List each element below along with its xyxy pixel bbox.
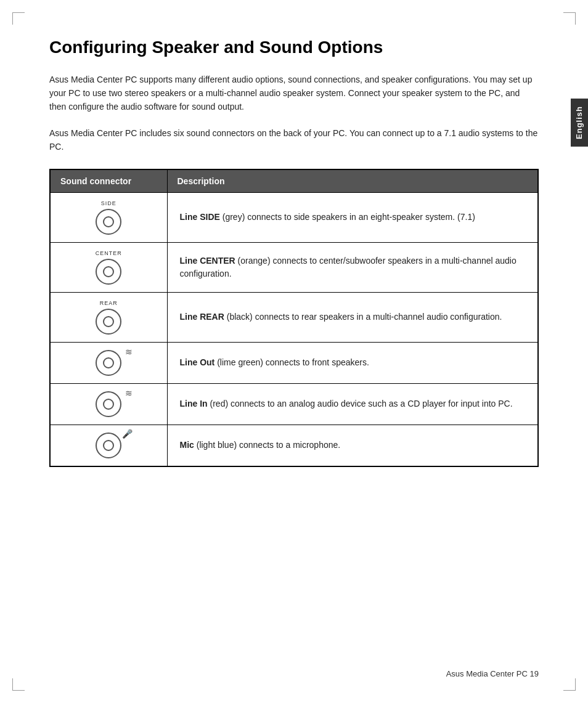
description-bold: Line Out [180,357,215,367]
connector-cell: REAR [50,292,167,342]
description-cell: Line REAR (black) connects to rear speak… [167,292,538,342]
intro-paragraph: Asus Media Center PC supports many diffe… [49,73,539,114]
description-bold: Mic [180,440,194,450]
page-footer: Asus Media Center PC 19 [446,669,539,678]
second-paragraph: Asus Media Center PC includes six sound … [49,126,539,154]
corner-br [563,678,576,691]
description-bold: Line In [180,399,208,408]
connector-icon: REAR [55,300,162,335]
sound-table: Sound connector Description SIDE Line SI… [49,169,539,467]
description-bold: Line CENTER [180,256,235,266]
description-cell: Line CENTER (orange) connects to center/… [167,242,538,292]
description-cell: Line SIDE (grey) connects to side speake… [167,192,538,242]
table-row: SIDE Line SIDE (grey) connects to side s… [50,192,538,242]
corner-bl [12,678,25,691]
description-rest: (lime green) connects to front speakers. [214,357,369,367]
description-rest: (grey) connects to side speakers in an e… [220,212,475,222]
jack-circle [96,309,121,335]
description-cell: Line Out (lime green) connects to front … [167,342,538,383]
jack-circle [96,259,121,285]
table-row: CENTER Line CENTER (orange) connects to … [50,242,538,292]
table-row: REAR Line REAR (black) connects to rear … [50,292,538,342]
connector-icon: ≋ [55,391,162,417]
connector-cell: SIDE [50,192,167,242]
wave-in-icon: ≋ [125,389,133,397]
connector-cell: CENTER [50,242,167,292]
language-tab: English [571,99,588,147]
connector-icon: CENTER [55,250,162,285]
table-header-row: Sound connector Description [50,169,538,193]
page-container: English Configuring Speaker and Sound Op… [0,0,588,703]
connector-icon: SIDE [55,200,162,235]
col-header-connector: Sound connector [50,169,167,193]
table-row: 🎤 Mic (light blue) connects to a microph… [50,425,538,466]
description-bold: Line SIDE [180,212,220,222]
connector-cell: 🎤 [50,425,167,466]
table-row: ≋ Line Out (lime green) connects to fron… [50,342,538,383]
jack-circle [96,433,121,458]
page-title: Configuring Speaker and Sound Options [49,37,539,58]
corner-tr [563,12,576,25]
mic-icon: 🎤 [122,429,133,439]
connector-icon: ≋ [55,350,162,376]
jack-circle [96,350,121,376]
jack-circle [96,209,121,235]
corner-tl [12,12,25,25]
jack-circle [96,391,121,417]
description-cell: Line In (red) connects to an analog audi… [167,383,538,425]
table-row: ≋ Line In (red) connects to an analog au… [50,383,538,425]
connector-cell: ≋ [50,342,167,383]
description-rest: (red) connects to an analog audio device… [208,399,513,408]
description-rest: (light blue) connects to a microphone. [194,440,340,450]
description-bold: Line REAR [180,312,224,322]
description-cell: Mic (light blue) connects to a microphon… [167,425,538,466]
wave-icon: ≋ [125,347,133,356]
connector-icon: 🎤 [55,433,162,458]
col-header-description: Description [167,169,538,193]
description-rest: (black) connects to rear speakers in a m… [224,312,502,322]
connector-cell: ≋ [50,383,167,425]
